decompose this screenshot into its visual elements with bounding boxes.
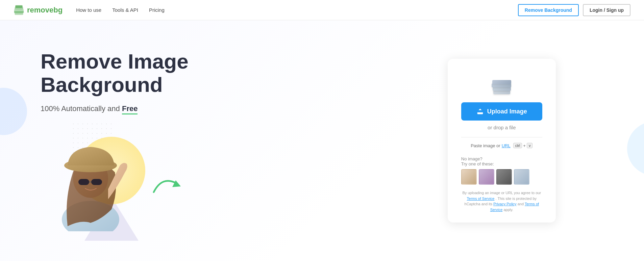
nav-remove-background-button[interactable]: Remove Background bbox=[518, 4, 579, 16]
sample-thumb-4[interactable] bbox=[514, 169, 529, 185]
kbd-v: v bbox=[527, 143, 533, 148]
deco-circle-blue bbox=[0, 88, 27, 135]
nav-links: How to use Tools & API Pricing bbox=[76, 7, 165, 13]
paste-label: Paste image or bbox=[471, 143, 500, 148]
sample-thumb-2[interactable] bbox=[479, 169, 494, 185]
navbar: removebg How to use Tools & API Pricing … bbox=[0, 0, 644, 20]
kbd-combo: ctrl + v bbox=[513, 143, 533, 148]
kbd-ctrl: ctrl bbox=[513, 143, 522, 148]
nav-how-to-use[interactable]: How to use bbox=[76, 7, 101, 13]
layers-icon bbox=[492, 76, 512, 94]
svg-rect-10 bbox=[91, 179, 102, 185]
sample-thumb-3[interactable] bbox=[496, 169, 512, 185]
kbd-plus: + bbox=[523, 143, 526, 148]
hero-image-wrapper bbox=[41, 127, 149, 231]
terms-link-1[interactable]: Terms of Service bbox=[467, 197, 495, 201]
arrow-icon bbox=[152, 174, 182, 197]
svg-rect-2 bbox=[15, 5, 22, 7]
deco-circle-right bbox=[627, 122, 644, 176]
upload-icon bbox=[476, 108, 484, 115]
terms-text: By uploading an image or URL you agree t… bbox=[461, 190, 542, 212]
hero-subtitle: 100% Automatically and Free bbox=[41, 104, 357, 113]
upload-card: Upload Image or drop a file Paste image … bbox=[448, 59, 556, 223]
sample-label: No image? Try one of these: bbox=[461, 156, 542, 166]
svg-rect-4 bbox=[15, 12, 23, 15]
svg-rect-9 bbox=[78, 179, 89, 185]
sample-section: No image? Try one of these: bbox=[461, 156, 542, 185]
hero-left: Remove Image Background 100% Automatical… bbox=[41, 50, 357, 231]
upload-image-button[interactable]: Upload Image bbox=[461, 102, 542, 121]
nav-login-button[interactable]: Login / Sign up bbox=[583, 4, 630, 16]
navbar-right: Remove Background Login / Sign up bbox=[518, 4, 630, 16]
navbar-left: removebg How to use Tools & API Pricing bbox=[14, 5, 165, 16]
nav-tools-api[interactable]: Tools & API bbox=[112, 7, 138, 13]
hero-free-text: Free bbox=[122, 104, 138, 114]
nav-pricing[interactable]: Pricing bbox=[149, 7, 165, 13]
person-image bbox=[41, 132, 142, 231]
paste-area: Paste image or URL ctrl + v bbox=[461, 137, 542, 148]
sample-thumb-1[interactable] bbox=[461, 169, 477, 185]
logo[interactable]: removebg bbox=[14, 5, 63, 16]
hero-right: Upload Image or drop a file Paste image … bbox=[387, 59, 617, 223]
or-drop-label: or drop a file bbox=[461, 125, 542, 130]
logo-icon bbox=[14, 5, 24, 16]
terms-link-2[interactable]: Privacy Policy bbox=[493, 202, 516, 206]
url-link[interactable]: URL bbox=[502, 143, 511, 148]
logo-text: removebg bbox=[27, 6, 63, 15]
sample-images bbox=[461, 169, 542, 185]
hero-title: Remove Image Background bbox=[41, 50, 357, 96]
hero-section: Remove Image Background 100% Automatical… bbox=[0, 20, 644, 261]
